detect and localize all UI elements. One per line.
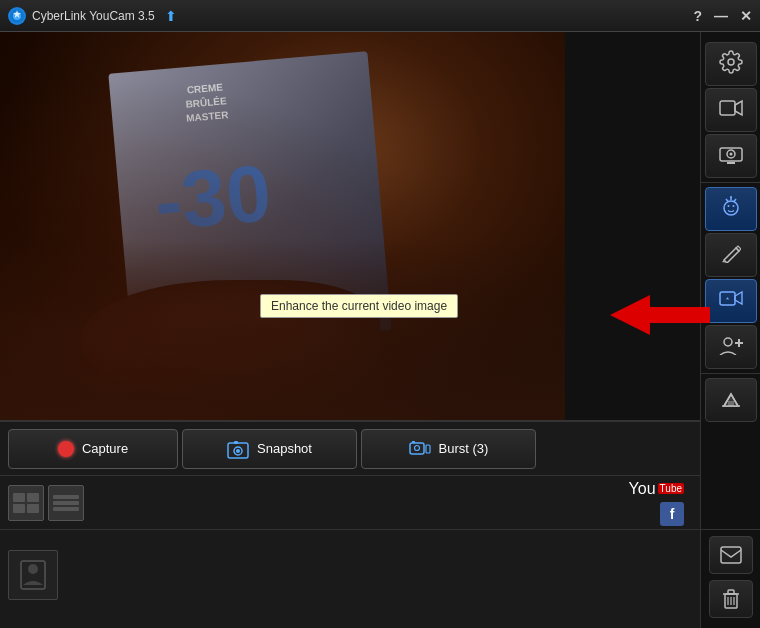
facebook-button[interactable]: f [660, 502, 684, 526]
help-button[interactable]: ? [693, 8, 702, 24]
svg-point-5 [236, 449, 240, 453]
snapshot-button[interactable]: Snapshot [182, 429, 357, 469]
svg-rect-14 [53, 495, 79, 499]
thumbnails-row: YouTube f [0, 476, 700, 530]
burst-button[interactable]: Burst (3) [361, 429, 536, 469]
svg-rect-13 [27, 504, 39, 513]
capture-button[interactable]: Capture [8, 429, 178, 469]
video-icon [719, 99, 743, 122]
svg-rect-15 [53, 501, 79, 505]
svg-rect-16 [53, 507, 79, 511]
record-dot-icon [58, 441, 74, 457]
svg-rect-9 [426, 445, 430, 453]
svg-rect-4 [234, 441, 238, 444]
erase-button[interactable] [705, 378, 757, 422]
sidebar-bottom-group [701, 529, 760, 624]
email-button[interactable] [709, 536, 753, 574]
svg-rect-32 [728, 401, 734, 406]
youtube-badge[interactable]: YouTube [629, 480, 684, 498]
svg-point-7 [414, 445, 419, 450]
svg-rect-8 [412, 441, 415, 443]
close-button[interactable]: ✕ [740, 8, 752, 24]
svg-rect-33 [721, 547, 741, 563]
portrait-thumb[interactable] [8, 550, 58, 600]
add-user-icon [719, 335, 743, 360]
video-button[interactable] [705, 88, 757, 132]
svg-point-29 [724, 338, 732, 346]
capture-row: Capture Snapshot [0, 422, 700, 476]
effects-button[interactable] [705, 187, 757, 231]
update-icon[interactable]: ⬆ [165, 8, 177, 24]
youtube-you: You [629, 480, 656, 498]
snapshot-icon [227, 438, 249, 460]
capture-label: Capture [82, 441, 128, 456]
title-bar: CyberLink YouCam 3.5 ⬆ ? — ✕ [0, 0, 760, 32]
title-left: CyberLink YouCam 3.5 ⬆ [8, 7, 177, 25]
thumb-grid-icon[interactable] [8, 485, 44, 521]
sidebar-top-group [701, 36, 760, 529]
effects-icon [719, 195, 743, 224]
shadow-overlay [0, 32, 565, 420]
svg-rect-11 [27, 493, 39, 502]
bottom-thumbs [0, 530, 700, 620]
share-icons: YouTube f [629, 480, 684, 526]
camera-image: CREMEBRÛLÉEMASTER -30 [0, 32, 565, 420]
burst-icon [409, 438, 431, 460]
svg-rect-10 [13, 493, 25, 502]
svg-point-26 [732, 205, 734, 207]
main-container: CREMEBRÛLÉEMASTER -30 Capture [0, 32, 760, 628]
svg-rect-19 [720, 101, 735, 115]
red-arrow [610, 290, 710, 344]
sidebar-divider-2 [701, 373, 760, 374]
sidebar-divider-1 [701, 182, 760, 183]
webcam-icon [719, 144, 743, 169]
svg-point-18 [28, 564, 38, 574]
trash-button[interactable] [709, 580, 753, 618]
youtube-tube: Tube [658, 483, 684, 494]
draw-button[interactable] [705, 233, 757, 277]
app-icon [8, 7, 26, 25]
svg-rect-12 [13, 504, 25, 513]
svg-marker-40 [610, 295, 710, 335]
minimize-button[interactable]: — [714, 8, 728, 24]
settings-button[interactable] [705, 42, 757, 86]
app-title: CyberLink YouCam 3.5 [32, 9, 155, 23]
svg-point-25 [727, 205, 729, 207]
snapshot-label: Snapshot [257, 441, 312, 456]
bottom-controls: Capture Snapshot [0, 420, 700, 628]
erase-icon [719, 388, 743, 413]
svg-point-24 [724, 201, 738, 215]
svg-point-27 [730, 196, 732, 198]
camera-viewport: CREMEBRÛLÉEMASTER -30 [0, 32, 565, 420]
add-user-button[interactable] [705, 325, 757, 369]
enhance-icon [719, 289, 743, 314]
pencil-icon [721, 243, 741, 268]
webcam-button[interactable] [705, 134, 757, 178]
svg-rect-36 [728, 590, 734, 594]
enhance-button[interactable] [705, 279, 757, 323]
svg-rect-6 [410, 443, 424, 454]
burst-label: Burst (3) [439, 441, 489, 456]
settings-icon [719, 50, 743, 79]
title-controls: ? — ✕ [693, 8, 752, 24]
left-panel: CREMEBRÛLÉEMASTER -30 Capture [0, 32, 700, 628]
svg-point-22 [729, 152, 732, 155]
thumb-list-icon[interactable] [48, 485, 84, 521]
